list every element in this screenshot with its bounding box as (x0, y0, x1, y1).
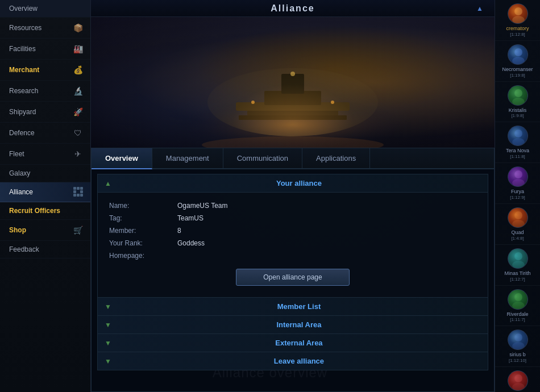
svg-point-22 (514, 252, 522, 260)
svg-point-16 (514, 130, 522, 137)
player-name-sirius-b: sirius b (509, 352, 526, 358)
svg-point-10 (514, 7, 522, 15)
player-necromanser[interactable]: Necromanser [1:19:8] (495, 41, 540, 82)
defence-icon: 🛡 (72, 127, 84, 139)
player-name-kristalis: Kristalis (509, 107, 527, 114)
shipyard-icon: 🚀 (72, 106, 84, 118)
sidebar-item-shop[interactable]: Shop 🛒 (0, 220, 90, 241)
player-coords-tera-nova: [1:11:8] (510, 154, 525, 159)
sidebar-item-merchant[interactable]: Merchant 💰 (0, 60, 90, 81)
sidebar-item-overview[interactable]: Overview (0, 0, 90, 18)
top-header: Alliance ▲ (91, 0, 495, 17)
player-crematory[interactable]: crematory [1:12:8] (495, 0, 540, 41)
player-tera-nova[interactable]: Tera Nova [1:11:8] (495, 122, 540, 163)
player-coords-sirius-b: [1:12:10] (509, 358, 526, 363)
main-layout: Overview Resources 📦 Facilities 🏭 Mercha… (0, 0, 540, 392)
sidebar-item-recruit-officers[interactable]: Recruit Officers (0, 202, 90, 220)
alliance-icon (73, 187, 84, 197)
player-name-riverdale: Riverdale (506, 311, 528, 318)
svg-point-13 (512, 57, 525, 65)
tab-management[interactable]: Management (152, 148, 223, 168)
player-coords-necromanser: [1:19:8] (510, 73, 525, 78)
svg-point-11 (512, 16, 525, 24)
leave-alliance-header[interactable]: ▼ Leave alliance (97, 352, 488, 370)
member-list-arrow: ▼ (105, 303, 111, 311)
avatar-riverdale (508, 289, 528, 310)
sidebar-item-resources[interactable]: Resources 📦 (0, 18, 90, 39)
avatar-andromeda (508, 370, 528, 391)
player-minas-tirith[interactable]: Minas Tirith [1:12:7] (495, 245, 540, 286)
player-furya[interactable]: Furya [1:12:9] (495, 163, 540, 204)
merchant-icon: 💰 (72, 64, 84, 76)
collapse-arrow[interactable]: ▲ (476, 5, 483, 12)
sidebar-item-fleet[interactable]: Fleet ✈ (0, 144, 90, 165)
avatar-kristalis (508, 85, 528, 106)
your-alliance-title: Your alliance (117, 179, 481, 187)
svg-point-26 (514, 333, 522, 341)
sidebar-item-defence[interactable]: Defence 🛡 (0, 123, 90, 144)
svg-rect-3 (281, 74, 304, 94)
svg-point-12 (514, 48, 522, 56)
svg-point-7 (331, 101, 334, 104)
leave-alliance-arrow: ▼ (105, 357, 111, 365)
svg-point-15 (512, 98, 525, 106)
tag-value: TeamUS (177, 214, 203, 222)
player-name-necromanser: Necromanser (502, 66, 533, 73)
homepage-row: Homepage: (109, 249, 476, 262)
sidebar-item-shipyard[interactable]: Shipyard 🚀 (0, 102, 90, 123)
rank-label: Your Rank: (109, 239, 177, 247)
sidebar-item-facilities[interactable]: Facilities 🏭 (0, 39, 90, 60)
sidebar-item-galaxy[interactable]: Galaxy (0, 165, 90, 182)
rank-value: Goddess (177, 239, 205, 247)
player-riverdale[interactable]: Riverdale [1:11:7] (495, 286, 540, 327)
hero-image (91, 17, 495, 148)
internal-area-header[interactable]: ▼ Internal Area (97, 316, 488, 334)
member-value: 8 (177, 227, 181, 235)
member-list-title: Member List (117, 302, 481, 311)
player-name-furya: Furya (511, 189, 524, 195)
internal-area-title: Internal Area (117, 320, 481, 329)
svg-point-27 (512, 342, 525, 350)
player-name-quad: Quad (511, 230, 524, 236)
external-area-title: External Area (117, 339, 481, 347)
sidebar-item-research[interactable]: Research 🔬 (0, 81, 90, 102)
svg-point-24 (514, 293, 522, 301)
svg-point-17 (512, 138, 525, 146)
internal-area-arrow: ▼ (105, 321, 111, 329)
tag-row: Tag: TeamUS (109, 212, 476, 224)
external-area-header[interactable]: ▼ External Area (97, 334, 488, 352)
main-content: Alliance ▲ (91, 0, 495, 392)
sidebar-item-feedback[interactable]: Feedback (0, 241, 90, 258)
sidebar-item-alliance[interactable]: Alliance (0, 182, 90, 202)
svg-point-19 (512, 179, 525, 187)
svg-point-28 (514, 374, 522, 382)
member-row: Member: 8 (109, 224, 476, 237)
player-name-crematory: crematory (506, 26, 529, 32)
alliance-content: Overview Management Communication Applic… (91, 148, 495, 392)
player-name-minas-tirith: Minas Tirith (504, 270, 530, 277)
open-alliance-button[interactable]: Open alliance page (236, 269, 350, 286)
tab-communication[interactable]: Communication (223, 148, 302, 168)
your-alliance-header[interactable]: ▲ Your alliance (97, 174, 488, 193)
player-name-tera-nova: Tera Nova (506, 148, 529, 154)
tab-content: ▲ Your alliance Name: OgameUS Team Tag: … (92, 174, 494, 376)
player-quad[interactable]: Quad [1:4:8] (495, 204, 540, 245)
svg-point-8 (290, 72, 295, 76)
avatar-tera-nova (508, 126, 528, 146)
resources-icon: 📦 (72, 22, 84, 34)
tab-overview[interactable]: Overview (92, 148, 152, 169)
svg-point-6 (251, 101, 255, 104)
player-kristalis[interactable]: Kristalis [1:9:8] (495, 82, 540, 123)
player-andromeda[interactable]: Andromeda [1:9:9] (495, 367, 540, 392)
svg-point-20 (514, 211, 522, 219)
svg-point-14 (514, 89, 522, 97)
member-list-header[interactable]: ▼ Member List (97, 298, 488, 316)
facilities-icon: 🏭 (72, 43, 84, 55)
member-label: Member: (109, 227, 177, 235)
tab-applications[interactable]: Applications (302, 148, 370, 168)
research-icon: 🔬 (72, 85, 84, 97)
avatar-necromanser (508, 44, 528, 65)
tabs-bar: Overview Management Communication Applic… (92, 148, 494, 169)
player-coords-furya: [1:12:9] (510, 195, 525, 200)
player-sirius-b[interactable]: sirius b [1:12:10] (495, 326, 540, 367)
